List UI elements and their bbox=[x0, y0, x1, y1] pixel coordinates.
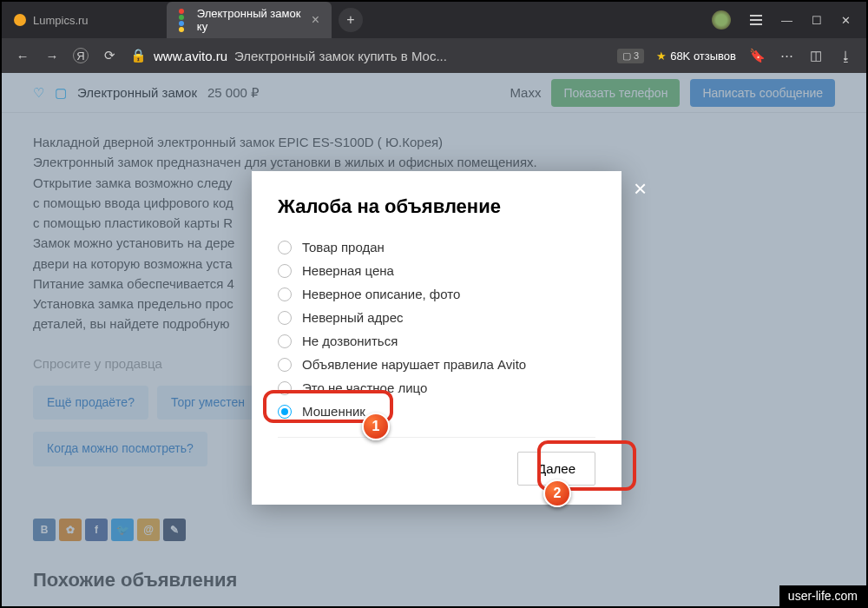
url-domain: www.avito.ru bbox=[154, 49, 227, 63]
radio-sold[interactable]: Товар продан bbox=[278, 235, 595, 259]
modal-close-icon[interactable]: × bbox=[634, 175, 647, 202]
radio-icon bbox=[278, 241, 292, 254]
download-icon[interactable]: ⭳ bbox=[837, 47, 854, 64]
back-icon[interactable]: ← bbox=[14, 47, 31, 64]
avatar[interactable] bbox=[712, 10, 731, 30]
radio-icon bbox=[278, 358, 292, 372]
tab-lumpics[interactable]: Lumpics.ru bbox=[2, 2, 167, 38]
lock-icon: 🔒 bbox=[130, 48, 147, 63]
radio-label: Неверный адрес bbox=[302, 310, 404, 325]
radio-label: Мошенник bbox=[302, 404, 365, 419]
divider bbox=[278, 437, 595, 438]
url-title: Электронный замок купить в Мос... bbox=[234, 49, 447, 63]
radio-icon bbox=[278, 381, 292, 395]
report-modal: Жалоба на объявление Товар продан Неверн… bbox=[252, 171, 621, 505]
url-field[interactable]: 🔒 www.avito.ru Электронный замок купить … bbox=[130, 48, 605, 63]
radio-label: Неверное описание, фото bbox=[302, 287, 460, 301]
tab-favicon bbox=[14, 14, 26, 26]
radio-icon bbox=[278, 264, 292, 278]
extension-badge[interactable]: ▢3 bbox=[617, 49, 644, 63]
more-icon[interactable]: ⋯ bbox=[778, 47, 795, 64]
modal-footer: Далее bbox=[278, 452, 595, 486]
close-icon[interactable]: × bbox=[312, 12, 319, 28]
tab-avito[interactable]: Электронный замок ку × bbox=[167, 2, 332, 38]
window-controls: ― ☐ ✕ bbox=[696, 10, 866, 30]
radio-wrong-address[interactable]: Неверный адрес bbox=[278, 306, 595, 329]
annotation-badge-1: 1 bbox=[362, 413, 390, 440]
tab-title: Электронный замок ку bbox=[197, 7, 305, 33]
radio-label: Неверная цена bbox=[302, 263, 394, 278]
radio-icon bbox=[278, 311, 292, 325]
minimize-icon[interactable]: ― bbox=[781, 14, 792, 27]
browser-titlebar: Lumpics.ru Электронный замок ку × + ― ☐ … bbox=[2, 2, 866, 38]
radio-label: Это не частное лицо bbox=[302, 380, 427, 395]
sidebar-icon[interactable]: ◫ bbox=[807, 47, 825, 64]
radio-label: Не дозвониться bbox=[302, 334, 398, 348]
radio-wrong-desc[interactable]: Неверное описание, фото bbox=[278, 282, 595, 306]
annotation-badge-2: 2 bbox=[543, 479, 571, 507]
address-bar: ← → Я ⟳ 🔒 www.avito.ru Электронный замок… bbox=[2, 38, 866, 73]
radio-icon-selected bbox=[278, 405, 292, 419]
reload-icon[interactable]: ⟳ bbox=[101, 47, 118, 64]
radio-icon bbox=[278, 287, 292, 301]
tab-favicon bbox=[179, 9, 190, 32]
radio-no-call[interactable]: Не дозвониться bbox=[278, 329, 595, 353]
radio-rules[interactable]: Объявление нарушает правила Avito bbox=[278, 353, 595, 376]
tab-title: Lumpics.ru bbox=[33, 14, 89, 27]
radio-label: Объявление нарушает правила Avito bbox=[302, 357, 526, 372]
close-window-icon[interactable]: ✕ bbox=[841, 14, 851, 27]
radio-wrong-price[interactable]: Неверная цена bbox=[278, 259, 595, 282]
watermark: user-life.com bbox=[779, 585, 866, 606]
forward-icon[interactable]: → bbox=[43, 47, 61, 64]
reviews-badge[interactable]: ★68K отзывов bbox=[656, 50, 736, 63]
radio-not-private[interactable]: Это не частное лицо bbox=[278, 376, 595, 400]
radio-icon bbox=[278, 334, 292, 348]
new-tab-button[interactable]: + bbox=[339, 8, 363, 32]
modal-title: Жалоба на объявление bbox=[278, 195, 595, 218]
menu-icon[interactable] bbox=[750, 15, 762, 25]
bookmark-icon[interactable]: 🔖 bbox=[748, 47, 766, 64]
radio-fraud[interactable]: Мошенник bbox=[278, 400, 595, 423]
radio-label: Товар продан bbox=[302, 240, 385, 254]
yandex-icon[interactable]: Я bbox=[73, 48, 89, 63]
maximize-icon[interactable]: ☐ bbox=[812, 14, 822, 27]
